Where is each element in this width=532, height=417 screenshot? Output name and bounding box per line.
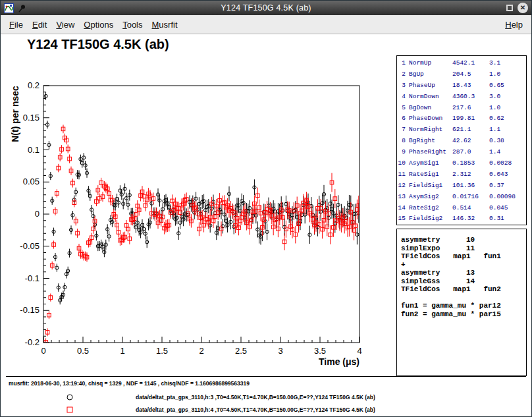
pin-icon[interactable] [18, 4, 26, 13]
maximize-icon[interactable] [506, 5, 513, 11]
x-tick-label: 1 [120, 346, 124, 356]
param-row: 13AsymSig20.017160.00098 [397, 191, 526, 202]
legend-circle-marker [65, 393, 74, 402]
plot-area[interactable]: 00.511.522.533.54-0.2-0.15-0.1-0.0500.05… [1, 35, 383, 384]
y-tick-label: 0.15 [23, 113, 40, 123]
legend-row: data/deltat_pta_gps_3110,h:3 ,T0=4.50K,T… [1, 392, 531, 403]
x-tick-label: 2 [199, 346, 203, 356]
fit-stats-line: musrfit: 2018-06-30, 13:19:40, chisq = 1… [9, 380, 250, 387]
x-tick-label: 0 [41, 346, 45, 356]
data-series-square [42, 125, 360, 357]
menu-edit[interactable]: Edit [28, 17, 51, 32]
root-canvas[interactable]: Y124 TF150G 4.5K (ab) 00.511.522.533.54-… [1, 35, 531, 416]
menu-options[interactable]: Options [79, 17, 118, 32]
y-axis-title: N(t) per nsec [10, 86, 20, 142]
menu-right: Help [500, 20, 527, 30]
param-row: 7NormRight621.11.1 [397, 124, 526, 135]
titlebar[interactable]: Y124 TF150G 4.5K (ab) ✕ [1, 1, 531, 15]
theory-box: asymmetry 10 simplExpo 11 TFieldCos map1… [396, 229, 527, 376]
menu-view[interactable]: View [51, 17, 79, 32]
y-tick-label: -0.1 [25, 273, 40, 283]
y-tick-label: -0.15 [20, 305, 40, 315]
x-tick-label: 3 [278, 346, 282, 356]
param-row: 5BgDown217.61.0 [397, 102, 526, 113]
param-row: 11RateSig12.3120.043 [397, 169, 526, 180]
menu-left: FileEditViewOptionsToolsMusrfit [5, 17, 182, 32]
param-row: 8BgRight42.620.38 [397, 135, 526, 146]
x-tick-label: 0.5 [77, 346, 89, 356]
plot-frame [43, 86, 359, 343]
legend-run-text: data/deltat_pta_gps_3110,h:4 ,T0=4.50K,T… [136, 406, 375, 413]
close-button[interactable]: ✕ [518, 3, 528, 13]
menu-musrfit[interactable]: Musrfit [147, 17, 182, 32]
param-row: 10AsymSig10.18530.0028 [397, 157, 526, 169]
menubar: FileEditViewOptionsToolsMusrfit Help [1, 15, 531, 34]
param-row: 12FieldSig1101.360.37 [397, 180, 526, 191]
application-window: Y124 TF150G 4.5K (ab) ✕ FileEditViewOpti… [0, 0, 532, 417]
param-row: 15FieldSig2146.320.31 [397, 213, 526, 224]
x-tick-label: 3.5 [314, 346, 326, 356]
y-tick-label: 0.05 [23, 177, 40, 186]
y-tick-label: 0.2 [28, 80, 40, 90]
param-row: 2BgUp204.51.0 [397, 69, 526, 80]
x-tick-label: 4 [357, 346, 361, 356]
x-tick-label: 2.5 [235, 346, 247, 356]
legend-run-text: data/deltat_pta_gps_3110,h:3 ,T0=4.50K,T… [136, 394, 375, 401]
y-tick-label: -0.2 [25, 337, 40, 347]
window-title: Y124 TF150G 4.5K (ab) [1, 3, 531, 13]
menu-tools[interactable]: Tools [118, 17, 147, 32]
param-row: 3PhaseUp18.430.65 [397, 80, 526, 91]
fit-parameters-box: 1NormUp4542.13.12BgUp204.51.03PhaseUp18.… [396, 55, 527, 225]
x-tick-label: 1.5 [156, 346, 168, 356]
separator-line [6, 376, 526, 377]
param-row: 6PhaseDown199.810.62 [397, 113, 526, 124]
y-tick-label: -0.05 [20, 241, 40, 251]
param-row: 1NormUp4542.13.1 [397, 57, 526, 69]
menu-help[interactable]: Help [500, 17, 527, 32]
data-series-circle [43, 75, 361, 304]
x-axis-title: Time (μs) [319, 356, 359, 367]
param-row: 4NormDown4360.33.0 [397, 91, 526, 102]
y-tick-label: 0 [35, 209, 40, 219]
legend-row: data/deltat_pta_gps_3110,h:4 ,T0=4.50K,T… [1, 404, 531, 415]
legend-square-marker [65, 405, 74, 414]
param-row: 14RateSig20.5140.045 [397, 202, 526, 213]
y-tick-label: 0.1 [28, 145, 40, 155]
param-row: 9PhaseRight287.01.4 [397, 146, 526, 157]
menu-file[interactable]: File [5, 17, 28, 32]
app-icon [4, 3, 14, 13]
